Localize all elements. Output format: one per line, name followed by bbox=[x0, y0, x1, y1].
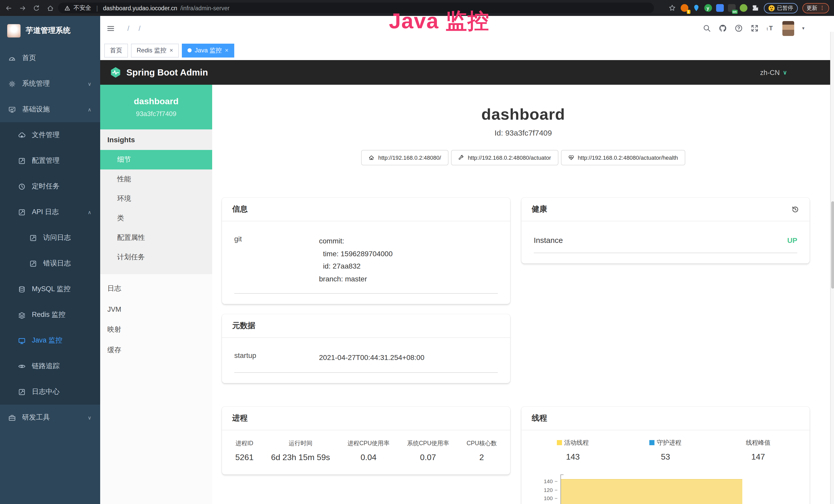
sidebar-item[interactable]: 研发工具 ∨ bbox=[0, 405, 100, 430]
dashboard-icon bbox=[8, 54, 16, 62]
instance-menu-item[interactable]: 性能 bbox=[100, 169, 212, 189]
close-icon[interactable]: × bbox=[170, 47, 173, 54]
browser-update-button[interactable]: 更新 bbox=[803, 3, 829, 13]
sidebar-item[interactable]: 首页 bbox=[0, 45, 100, 71]
sidebar-item[interactable]: 配置管理 bbox=[0, 148, 100, 174]
process-card-title: 进程 bbox=[222, 407, 510, 430]
font-size-icon[interactable]: tT bbox=[767, 24, 775, 32]
instance-menu-item[interactable]: 映射 bbox=[100, 319, 212, 340]
breadcrumb-item[interactable] bbox=[134, 24, 141, 32]
sidebar-item[interactable]: 链路追踪 bbox=[0, 353, 100, 379]
sidebar-item[interactable]: Java 监控 bbox=[0, 328, 100, 353]
heartbeat-icon bbox=[568, 155, 574, 161]
instance-link-button[interactable]: http://192.168.0.2:48080/actuator bbox=[451, 150, 558, 165]
wrench-icon bbox=[458, 155, 464, 161]
app-title: 芋道管理系统 bbox=[26, 26, 70, 36]
monitor-icon bbox=[18, 337, 26, 344]
sba-brand[interactable]: Spring Boot Admin bbox=[126, 67, 208, 78]
sidebar-item[interactable]: Redis 监控 bbox=[0, 302, 100, 328]
tag-tabs-bar: 首页 × Redis 监控 × Java 监控 × bbox=[100, 41, 834, 60]
browser-home-icon[interactable] bbox=[47, 4, 54, 12]
sidebar-item[interactable]: 系统管理 ∨ bbox=[0, 71, 100, 96]
legend-swatch bbox=[650, 440, 655, 445]
instance-menu-item[interactable]: 缓存 bbox=[100, 340, 212, 361]
address-bar[interactable]: 不安全 | dashboard.yudao.iocoder.cn/infra/a… bbox=[58, 3, 654, 13]
info-card-title: 信息 bbox=[222, 198, 510, 221]
sidebar-item[interactable]: 定时任务 bbox=[0, 174, 100, 199]
insights-section: Insights 细节 性能 环境 类 bbox=[100, 130, 212, 274]
threads-legend: 活动线程 143 守护进程 53 线程峰值 147 bbox=[521, 430, 810, 462]
app-logo-row[interactable]: 芋道管理系统 bbox=[0, 16, 100, 45]
page-tab[interactable]: Redis 监控 × bbox=[131, 43, 179, 57]
log-edit-icon bbox=[29, 234, 37, 242]
instance-menu-item[interactable]: 计划任务 bbox=[100, 248, 212, 267]
layers-icon bbox=[18, 311, 26, 319]
close-icon[interactable]: × bbox=[225, 47, 228, 54]
extension-icon[interactable] bbox=[692, 4, 700, 12]
y-axis-tick: 140 bbox=[534, 478, 557, 484]
screen: Java 监控 不安全 | dashboard.yudao.iocoder.cn… bbox=[0, 0, 834, 504]
extension-icon[interactable] bbox=[716, 4, 724, 12]
search-icon[interactable] bbox=[703, 24, 711, 32]
locale-selector[interactable]: zh-CN ∨ bbox=[760, 69, 787, 76]
reload-icon[interactable] bbox=[33, 4, 40, 12]
y-axis-tick: 120 bbox=[534, 487, 557, 493]
legend-swatch bbox=[557, 440, 562, 445]
instance-menu-item[interactable]: 配置属性 bbox=[100, 228, 212, 248]
bookmark-star-icon[interactable] bbox=[668, 4, 676, 12]
scrollbar-thumb[interactable] bbox=[831, 201, 834, 289]
threads-card: 线程 活动线程 143 守护进程 53 线程峰值 bbox=[521, 407, 810, 504]
metadata-card-title: 元数据 bbox=[222, 314, 510, 338]
extension-icon[interactable] bbox=[751, 4, 759, 12]
instance-menu-item[interactable]: 细节 bbox=[100, 150, 212, 169]
extension-icon[interactable]: y bbox=[704, 4, 712, 12]
chevron-icon: ∨ bbox=[88, 415, 91, 420]
sidebar-item[interactable]: 文件管理 bbox=[0, 122, 100, 148]
extension-icon[interactable] bbox=[740, 4, 747, 12]
instance-link-button[interactable]: http://192.168.0.2:48080/ bbox=[361, 150, 448, 165]
browser-menu-icon[interactable] bbox=[819, 5, 825, 11]
history-icon[interactable] bbox=[791, 205, 799, 213]
help-icon[interactable] bbox=[735, 24, 743, 32]
instance-link-button[interactable]: http://192.168.0.2:48080/actuator/health bbox=[561, 150, 685, 165]
sidebar-item[interactable]: 访问日志 bbox=[0, 225, 100, 251]
schedule-icon bbox=[18, 183, 26, 190]
sidebar-item[interactable]: 错误日志 bbox=[0, 251, 100, 276]
metadata-row-startup: startup 2021-04-27T00:44:31.254+08:00 bbox=[234, 346, 498, 372]
breadcrumb-item[interactable] bbox=[123, 24, 129, 32]
extension-icon[interactable]: 1 bbox=[680, 4, 688, 12]
instance-menu-item[interactable]: 类 bbox=[100, 208, 212, 228]
github-icon[interactable] bbox=[719, 24, 727, 32]
active-threads-area bbox=[561, 479, 742, 504]
insights-items: 细节 性能 环境 类 配置属性 计划任务 bbox=[100, 150, 212, 267]
instance-menu-item[interactable]: JVM bbox=[100, 299, 212, 319]
avatar-caret-down-icon[interactable]: ▾ bbox=[802, 26, 805, 31]
instance-menu-item[interactable]: 环境 bbox=[100, 189, 212, 208]
threads-chart: 140120100 bbox=[534, 467, 797, 504]
page-tab[interactable]: 首页 × bbox=[104, 43, 128, 57]
sidebar-item[interactable]: API 日志 ∧ bbox=[0, 199, 100, 225]
instance-title-block: dashboard Id: 93a3fc7f7409 http://192.16… bbox=[212, 105, 834, 165]
page-scrollbar[interactable] bbox=[830, 32, 834, 504]
instance-header[interactable]: dashboard 93a3fc7f7409 bbox=[100, 85, 212, 130]
fullscreen-icon[interactable] bbox=[751, 24, 759, 32]
sidebar-item[interactable]: 日志中心 bbox=[0, 379, 100, 405]
back-icon[interactable] bbox=[5, 4, 12, 12]
profile-paused-badge[interactable]: 已暂停 bbox=[764, 3, 798, 13]
extension-icon[interactable]: on bbox=[728, 4, 736, 12]
forward-icon[interactable] bbox=[19, 4, 26, 12]
chevron-icon: ∧ bbox=[88, 107, 91, 112]
instance-name: dashboard bbox=[134, 96, 178, 107]
instance-menu-item[interactable]: 日志 bbox=[100, 278, 212, 299]
main-region: tT ▾ 首页 × Redis 监控 × Java 监控 bbox=[100, 16, 834, 504]
security-label[interactable]: 不安全 bbox=[73, 4, 91, 12]
sidebar-item[interactable]: MySQL 监控 bbox=[0, 276, 100, 302]
page-tab[interactable]: Java 监控 × bbox=[182, 43, 234, 57]
status-badge: UP bbox=[787, 236, 797, 244]
sidebar-item[interactable]: 基础设施 ∧ bbox=[0, 96, 100, 122]
user-avatar[interactable] bbox=[783, 21, 794, 36]
collapse-sidebar-icon[interactable] bbox=[106, 24, 115, 32]
instance-menu-extra: 日志 JVM 映射 缓存 bbox=[100, 274, 212, 361]
chevron-icon: ∧ bbox=[88, 209, 91, 215]
process-columns: 进程ID 5261 运行时间 6d 23h 15m 59s 进程CPU使用率 0… bbox=[222, 430, 510, 475]
